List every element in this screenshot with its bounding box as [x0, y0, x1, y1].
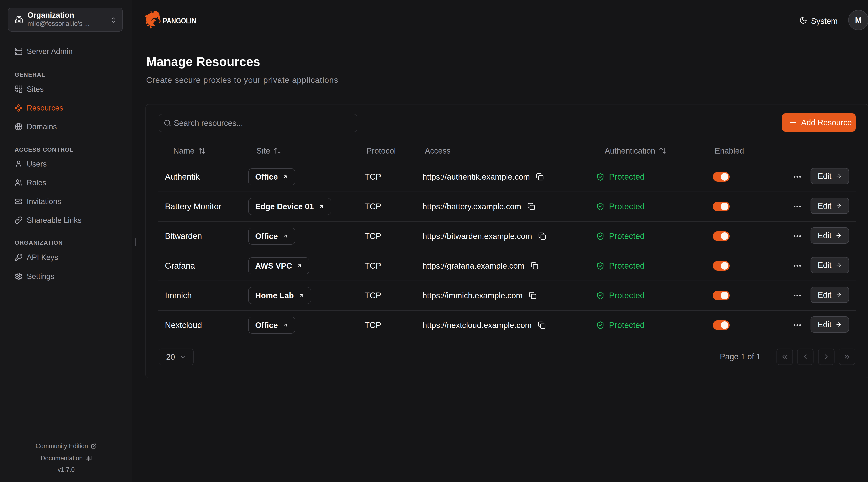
svg-text:PANGOLIN: PANGOLIN	[163, 17, 196, 25]
